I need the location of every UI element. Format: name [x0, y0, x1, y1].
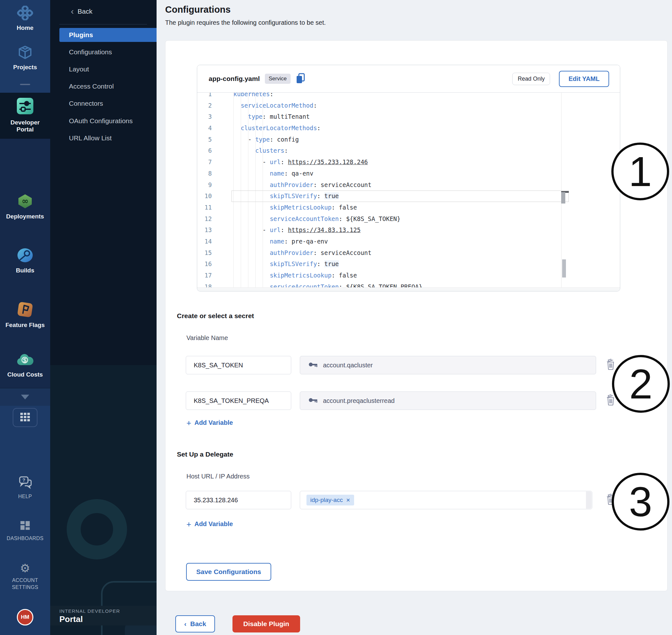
save-configurations-button[interactable]: Save Configurations — [186, 563, 271, 581]
rail-item-label: HELP — [18, 493, 32, 500]
sidebar-item-layout[interactable]: Layout — [69, 65, 89, 73]
app-window: Home Projects Developer Portal ∞ Deploym… — [0, 0, 672, 635]
horizontal-scrollbar[interactable] — [197, 287, 620, 291]
add-variable-button[interactable]: + Add Variable — [187, 419, 233, 426]
scrollbar-thumb[interactable] — [561, 192, 565, 203]
rail-item-label: Deployments — [6, 213, 44, 220]
deployments-icon: ∞ — [17, 194, 33, 210]
page-title: Configurations — [165, 4, 231, 15]
rail-item-home[interactable]: Home — [0, 6, 50, 31]
key-icon — [308, 361, 318, 369]
sidebar-item-access-control[interactable]: Access Control — [69, 83, 114, 90]
code-line: 9 authProvider: serviceAccount — [197, 179, 620, 191]
annotation-circle-2: 2 — [612, 355, 670, 413]
code-line: 16 skipTLSVerify: true — [197, 259, 620, 270]
secret-value: account.qacluster — [323, 362, 373, 369]
variable-name-input[interactable] — [186, 392, 291, 410]
code-line: 3 type: multiTenant — [197, 111, 620, 123]
module-rail: Home Projects Developer Portal ∞ Deploym… — [0, 0, 50, 635]
rail-item-feature-flags[interactable]: Feature Flags — [0, 302, 50, 329]
code-lines: 1kubernetes:2 serviceLocatorMethod:3 typ… — [197, 93, 620, 287]
rail-item-account-settings[interactable]: ⚙ ACCOUNT SETTINGS — [0, 563, 50, 591]
edit-yaml-button[interactable]: Edit YAML — [559, 71, 609, 87]
add-variable-label: Add Variable — [194, 419, 233, 426]
rail-item-help[interactable]: ? HELP — [0, 476, 50, 500]
sidebar-divider — [59, 24, 147, 24]
rail-item-label: Cloud Costs — [7, 371, 43, 378]
sidebar-item-oauth-configurations[interactable]: OAuth Configurations — [69, 117, 133, 125]
secret-value: account.preqaclusterread — [323, 397, 395, 404]
footer-title: Portal — [59, 614, 156, 624]
decorative-ring — [67, 499, 127, 560]
rail-item-label: Projects — [13, 64, 37, 71]
code-area[interactable]: 1kubernetes:2 serviceLocatorMethod:3 typ… — [197, 93, 620, 287]
gear-icon: ⚙ — [20, 563, 30, 574]
code-line: 15 authProvider: serviceAccount — [197, 247, 620, 259]
secret-section-heading: Create or select a secret — [177, 312, 254, 320]
variable-name-label: Variable Name — [187, 334, 228, 342]
rail-item-projects[interactable]: Projects — [0, 45, 50, 71]
code-line: 12 serviceAccountToken: ${K8S_SA_TOKEN} — [197, 213, 620, 225]
plugin-sidebar: ‹ Back Plugins Configurations Layout Acc… — [50, 0, 156, 635]
rail-collapse-chevron-icon[interactable] — [21, 395, 29, 399]
delegate-tag-chip: idp-play-acc ✕ — [306, 495, 354, 505]
add-variable-button[interactable]: + Add Variable — [187, 520, 233, 528]
back-nav-label: Back — [78, 8, 92, 15]
footer-kicker: INTERNAL DEVELOPER — [59, 608, 156, 614]
editor-header: app-config.yaml Service Read Only Edit Y… — [197, 65, 620, 93]
code-line: 14 name: pre-qa-env — [197, 236, 620, 247]
scrollbar-track — [561, 93, 562, 287]
disable-plugin-button[interactable]: Disable Plugin — [233, 615, 300, 632]
rail-item-cloud-costs[interactable]: $ Cloud Costs — [0, 352, 50, 378]
cloud-costs-icon: $ — [16, 352, 34, 368]
scrollbar-thumb[interactable] — [562, 259, 566, 278]
page-subtitle: The plugin requires the following config… — [165, 19, 326, 26]
chevron-left-icon: ‹ — [184, 620, 187, 627]
module-picker-button[interactable] — [13, 408, 38, 427]
code-line: 4 clusterLocatorMethods: — [197, 123, 620, 134]
back-nav-link[interactable]: ‹ Back — [71, 7, 92, 16]
delegate-section-heading: Set Up a Delegate — [177, 451, 233, 458]
secret-select-field[interactable]: account.preqaclusterread — [300, 392, 596, 410]
read-only-badge: Read Only — [512, 73, 550, 85]
variable-name-input[interactable] — [186, 356, 291, 374]
sidebar-footer: INTERNAL DEVELOPER Portal — [50, 606, 156, 626]
key-icon — [308, 397, 318, 404]
rail-item-developer-portal[interactable]: Developer Portal — [0, 97, 50, 133]
code-line: 1kubernetes: — [197, 93, 620, 100]
back-button[interactable]: ‹Back — [175, 615, 215, 632]
code-line: 2 serviceLocatorMethod: — [197, 100, 620, 111]
sidebar-item-configurations[interactable]: Configurations — [69, 48, 112, 56]
rail-item-deployments[interactable]: ∞ Deployments — [0, 194, 50, 220]
rail-item-builds[interactable]: Builds — [0, 248, 50, 274]
code-line: 10 skipTLSVerify: true — [197, 191, 620, 202]
developer-portal-icon — [16, 97, 34, 116]
secret-select-field[interactable]: account.qacluster — [300, 356, 596, 374]
annotation-circle-1: 1 — [611, 143, 669, 200]
configurations-card: app-config.yaml Service Read Only Edit Y… — [165, 40, 668, 591]
rail-item-label: ACCOUNT SETTINGS — [8, 577, 43, 591]
delegate-tag-label: idp-play-acc — [310, 497, 343, 504]
user-avatar[interactable]: HM — [17, 609, 33, 626]
code-line: 13 - url: https://34.83.13.125 — [197, 224, 620, 236]
sidebar-item-plugins[interactable]: Plugins — [59, 28, 156, 42]
plus-icon: + — [187, 521, 191, 527]
rail-item-dashboards[interactable]: DASHBOARDS — [0, 520, 50, 542]
builds-icon — [17, 248, 33, 264]
code-line: 11 skipMetricsLookup: false — [197, 202, 620, 213]
remove-tag-icon[interactable]: ✕ — [346, 497, 350, 503]
svg-text:?: ? — [22, 477, 25, 483]
annotation-circle-3: 3 — [612, 473, 669, 530]
add-variable-label: Add Variable — [194, 520, 233, 528]
copy-icon[interactable] — [296, 73, 305, 85]
host-url-label: Host URL / IP Address — [187, 473, 250, 480]
delete-variable-button[interactable] — [604, 357, 617, 371]
delegate-tags-field[interactable]: idp-play-acc ✕ — [300, 491, 592, 509]
sidebar-item-url-allow-list[interactable]: URL Allow List — [69, 134, 112, 142]
host-url-input[interactable] — [186, 491, 291, 509]
code-line: 8 name: qa-env — [197, 168, 620, 179]
sidebar-item-connectors[interactable]: Connectors — [69, 100, 103, 107]
code-line: 17 skipMetricsLookup: false — [197, 270, 620, 281]
code-line: 5 - type: config — [197, 134, 620, 146]
plus-icon: + — [187, 420, 191, 426]
